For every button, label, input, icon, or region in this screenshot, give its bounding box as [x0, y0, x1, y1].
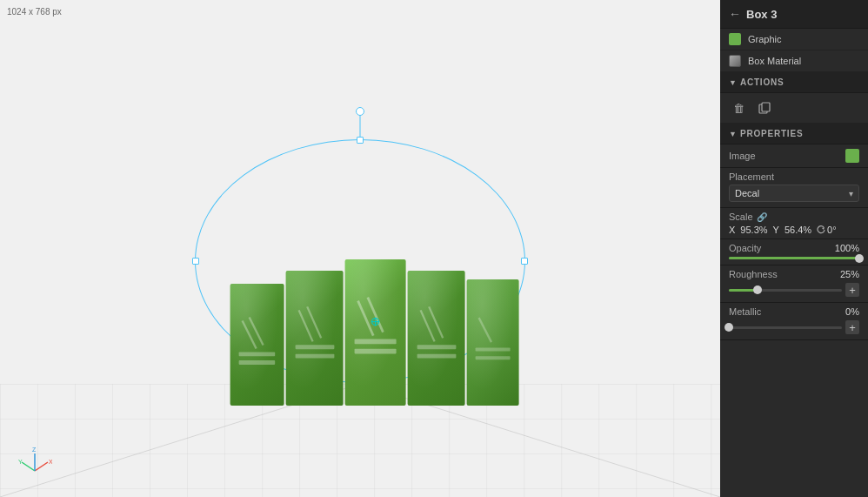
- axis-indicator: X Y Z: [17, 445, 52, 480]
- svg-rect-16: [295, 354, 334, 359]
- placement-dropdown-icon: ▾: [849, 189, 853, 198]
- box-4: [408, 271, 465, 406]
- roughness-label: Roughness: [729, 269, 778, 279]
- actions-row: 🗑: [720, 93, 868, 124]
- svg-text:Z: Z: [32, 447, 37, 453]
- box-5: [467, 279, 519, 406]
- duplicate-button[interactable]: [755, 98, 774, 118]
- box-mark-3: [351, 281, 400, 376]
- roughness-value: 25%: [840, 269, 859, 279]
- roughness-slider-thumb[interactable]: [753, 285, 762, 294]
- box-material-swatch: [729, 55, 741, 67]
- opacity-row: Opacity 100%: [720, 239, 868, 265]
- layer-item-graphic[interactable]: Graphic: [720, 29, 868, 50]
- svg-line-4: [22, 462, 35, 471]
- svg-line-28: [479, 318, 491, 342]
- svg-rect-32: [762, 103, 770, 111]
- scale-row: Scale 🔗 X 95.3% Y 56.4% 0°: [720, 208, 868, 239]
- opacity-label: Opacity: [729, 243, 761, 253]
- svg-line-3: [35, 462, 48, 471]
- svg-rect-26: [417, 345, 456, 349]
- roughness-controls: +: [729, 283, 859, 297]
- svg-rect-12: [239, 360, 276, 365]
- roughness-row: Roughness 25% +: [720, 265, 868, 303]
- handle-top[interactable]: [357, 137, 364, 144]
- placement-label: Placement: [729, 171, 859, 182]
- opacity-value: 100%: [835, 243, 859, 253]
- svg-rect-20: [355, 348, 397, 353]
- actions-arrow-icon: ▼: [729, 78, 737, 87]
- canvas-dimensions: 1024 x 768 px: [7, 7, 62, 17]
- scale-x-value: 95.3%: [740, 225, 767, 235]
- scale-label: Scale: [729, 212, 753, 222]
- canvas-area: 1024 x 768 px X Y Z: [0, 0, 720, 497]
- graphic-label: Graphic: [748, 34, 782, 44]
- svg-rect-15: [295, 345, 334, 349]
- rotate-icon: [817, 225, 825, 234]
- roughness-plus-button[interactable]: +: [845, 283, 859, 297]
- image-label: Image: [729, 151, 756, 161]
- placement-value: Decal: [735, 188, 759, 198]
- svg-rect-11: [239, 352, 276, 356]
- opacity-slider-thumb[interactable]: [855, 254, 864, 263]
- svg-rect-27: [417, 354, 456, 359]
- svg-rect-29: [476, 348, 511, 352]
- panel-title: Box 3: [746, 8, 777, 21]
- scene-container: [99, 75, 621, 423]
- scale-y-label: Y: [773, 225, 779, 235]
- opacity-slider-fill: [729, 257, 859, 259]
- svg-rect-19: [355, 339, 397, 344]
- roughness-slider-track[interactable]: [729, 289, 842, 292]
- box-mark-1: [236, 302, 279, 381]
- actions-title: ACTIONS: [740, 77, 785, 87]
- back-button[interactable]: ←: [729, 7, 741, 21]
- link-icon: 🔗: [757, 212, 767, 222]
- box-3: [345, 259, 406, 406]
- box-material-label: Box Material: [748, 56, 801, 66]
- metallic-value: 0%: [845, 306, 859, 317]
- svg-rect-30: [476, 356, 511, 359]
- svg-marker-33: [822, 227, 825, 230]
- boxes-group: [230, 259, 519, 406]
- right-panel: ← Box 3 Graphic Box Material ▼ ACTIONS 🗑…: [720, 0, 868, 497]
- handle-right[interactable]: [521, 258, 528, 265]
- graphic-color-swatch: [729, 33, 741, 45]
- panel-header: ← Box 3: [720, 0, 868, 29]
- scale-rotate-value: 0°: [827, 225, 837, 235]
- box-1: [230, 284, 284, 406]
- image-property-row: Image: [720, 144, 868, 168]
- metallic-controls: +: [729, 320, 859, 334]
- opacity-slider-track[interactable]: [729, 257, 859, 259]
- placement-row: Placement Decal ▾: [720, 168, 868, 208]
- delete-button[interactable]: 🗑: [729, 98, 748, 118]
- properties-section-header[interactable]: ▼ PROPERTIES: [720, 124, 868, 144]
- layer-item-box-material[interactable]: Box Material: [720, 50, 868, 72]
- svg-text:X: X: [49, 459, 52, 465]
- image-color-swatch[interactable]: [845, 149, 859, 163]
- scale-y-value: 56.4%: [785, 225, 811, 235]
- svg-text:Y: Y: [18, 459, 23, 465]
- properties-arrow-icon: ▼: [729, 130, 737, 138]
- metallic-label: Metallic: [729, 306, 761, 317]
- metallic-row: Metallic 0% +: [720, 303, 868, 340]
- actions-section-header[interactable]: ▼ ACTIONS: [720, 72, 868, 93]
- properties-title: PROPERTIES: [740, 129, 803, 138]
- box-mark-5: [472, 298, 514, 379]
- scale-x-label: X: [729, 225, 735, 235]
- box-2: [286, 271, 344, 406]
- metallic-plus-button[interactable]: +: [845, 320, 859, 334]
- box-mark-2: [291, 291, 337, 379]
- metallic-slider-thumb[interactable]: [724, 323, 733, 332]
- rotate-handle-circle[interactable]: [356, 107, 364, 116]
- metallic-slider-track[interactable]: [729, 326, 842, 329]
- placement-select[interactable]: Decal ▾: [729, 185, 859, 202]
- box-mark-4: [413, 291, 459, 379]
- handle-left[interactable]: [192, 258, 199, 265]
